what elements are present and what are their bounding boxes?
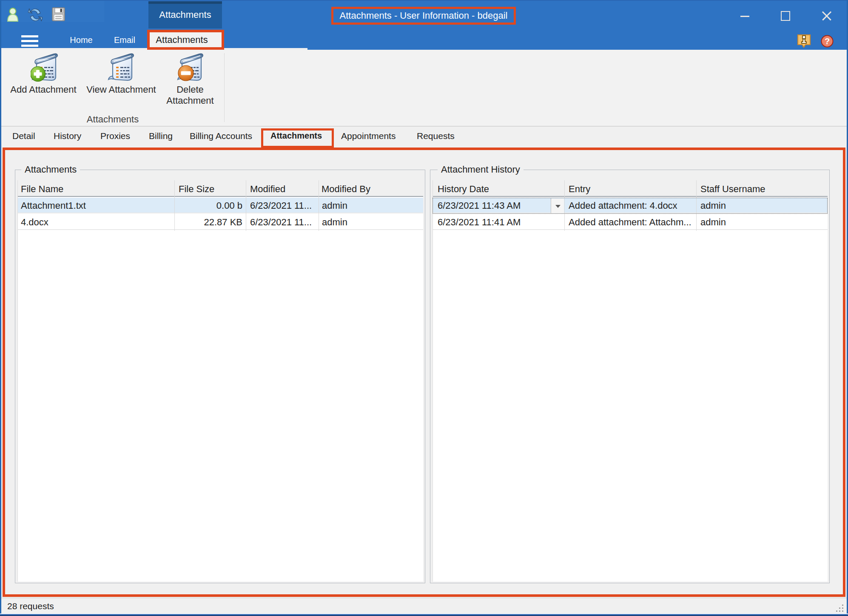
svg-text:?: ?: [825, 37, 830, 46]
